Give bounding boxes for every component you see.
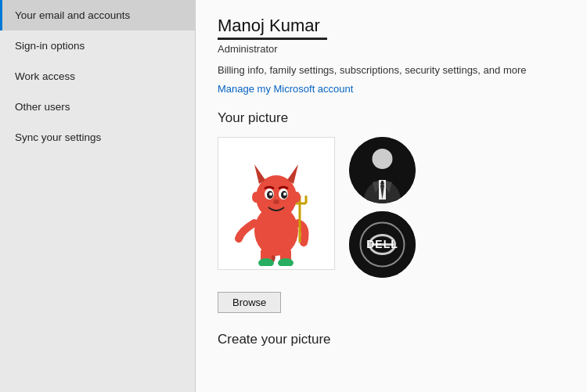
picture-area: DELL (218, 137, 565, 278)
sidebar-item-sync-settings[interactable]: Sync your settings (0, 122, 195, 153)
suit-avatar-svg (349, 137, 416, 203)
your-picture-title: Your picture (218, 110, 565, 126)
svg-point-19 (273, 200, 279, 204)
user-name: Manoj Kumar (218, 16, 565, 36)
avatar-dell[interactable]: DELL (349, 211, 416, 278)
svg-text:DELL: DELL (366, 238, 398, 250)
dell-avatar-svg: DELL (349, 211, 416, 278)
sidebar-item-sign-in[interactable]: Sign-in options (0, 31, 195, 61)
name-underline (218, 38, 327, 40)
svg-marker-11 (254, 164, 265, 184)
svg-point-18 (283, 192, 286, 196)
svg-point-21 (293, 192, 301, 203)
manage-account-link[interactable]: Manage my Microsoft account (218, 83, 565, 95)
billing-info: Billing info, family settings, subscript… (218, 63, 565, 78)
svg-point-17 (269, 192, 272, 196)
svg-point-20 (252, 192, 260, 203)
sidebar-item-work-access[interactable]: Work access (0, 61, 195, 92)
sidebar: Your email and accounts Sign-in options … (0, 0, 196, 392)
svg-marker-12 (287, 164, 298, 184)
create-picture-title: Create your picture (218, 332, 565, 347)
browse-button[interactable]: Browse (218, 292, 281, 313)
sidebar-item-your-email[interactable]: Your email and accounts (0, 0, 195, 31)
devil-avatar-svg (229, 141, 323, 266)
svg-point-23 (373, 149, 393, 169)
main-content: Manoj Kumar Administrator Billing info, … (196, 0, 587, 392)
main-avatar (218, 137, 335, 270)
small-avatars: DELL (349, 137, 416, 278)
avatar-suit[interactable] (349, 137, 416, 203)
sidebar-item-other-users[interactable]: Other users (0, 92, 195, 122)
user-role: Administrator (218, 43, 565, 55)
